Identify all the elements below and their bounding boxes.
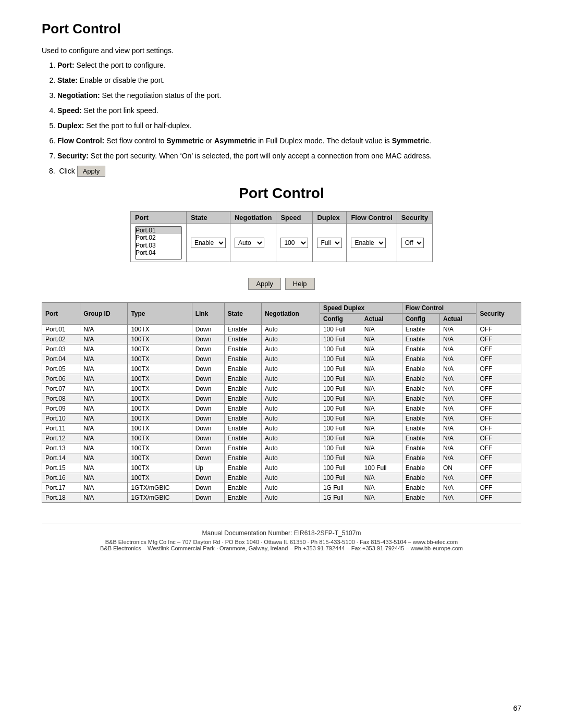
duplex-select[interactable]: Full Half — [317, 238, 342, 248]
status-table: Port Group ID Type Link State Negotiatio… — [42, 302, 521, 503]
table-cell: 100 Full — [320, 354, 361, 364]
table-cell: Port.15 — [42, 463, 80, 473]
table-cell: Down — [192, 453, 224, 463]
step-3: Negotiation: Set the negotiation status … — [57, 90, 521, 101]
help-button[interactable]: Help — [285, 278, 315, 290]
table-cell: Down — [192, 483, 224, 493]
table-cell: Enable — [402, 414, 439, 424]
table-cell: N/A — [440, 483, 476, 493]
flow-control-select[interactable]: Enable Disable — [351, 238, 386, 248]
table-cell: N/A — [440, 404, 476, 414]
table-cell: 100 Full — [320, 473, 361, 483]
port-select[interactable]: Port.01 Port.02 Port.03 Port.04 — [135, 226, 182, 260]
table-cell: Enable — [224, 463, 261, 473]
table-cell: Enable — [224, 384, 261, 394]
apply-button-inline[interactable]: Apply — [77, 166, 106, 177]
table-cell: Down — [192, 404, 224, 414]
th-flow-control: Flow Control — [402, 303, 476, 314]
table-cell: Enable — [402, 443, 439, 453]
step-6: Flow Control: Set flow control to Symmet… — [57, 135, 521, 146]
table-cell: Port.07 — [42, 384, 80, 394]
negotiation-select[interactable]: Auto Force — [235, 238, 264, 248]
table-cell: OFF — [476, 394, 521, 404]
table-cell: 100 Full — [320, 463, 361, 473]
table-cell: OFF — [476, 434, 521, 443]
th-speed-config: Config — [320, 314, 361, 325]
table-cell: N/A — [361, 453, 402, 463]
apply-button[interactable]: Apply — [248, 278, 281, 290]
col-flow-control: Flow Control — [347, 212, 397, 224]
table-cell: OFF — [476, 453, 521, 463]
table-cell: Enable — [224, 404, 261, 414]
th-link: Link — [192, 303, 224, 325]
table-cell: OFF — [476, 354, 521, 364]
table-cell: N/A — [440, 335, 476, 344]
table-cell: N/A — [80, 414, 128, 424]
table-cell: Enable — [402, 493, 439, 503]
table-cell: Port.09 — [42, 404, 80, 414]
security-select[interactable]: Off On — [401, 238, 424, 248]
step-1: Port: Select the port to configure. — [57, 60, 521, 71]
table-cell: Down — [192, 374, 224, 384]
table-cell: N/A — [361, 344, 402, 354]
step-4: Speed: Set the port link speed. — [57, 105, 521, 116]
table-cell: 100 Full — [320, 394, 361, 404]
table-cell: Auto — [261, 443, 320, 453]
table-cell: OFF — [476, 404, 521, 414]
col-port: Port — [130, 212, 186, 224]
table-cell: Enable — [402, 344, 439, 354]
table-cell: N/A — [80, 394, 128, 404]
page-number: 67 — [513, 704, 521, 712]
table-row: Port.06N/A100TXDownEnableAuto100 FullN/A… — [42, 374, 521, 384]
table-cell: Enable — [224, 394, 261, 404]
col-state: State — [186, 212, 230, 224]
table-cell: Auto — [261, 483, 320, 493]
table-cell: Down — [192, 443, 224, 453]
table-cell: Enable — [224, 354, 261, 364]
table-cell: N/A — [80, 483, 128, 493]
table-cell: N/A — [80, 463, 128, 473]
table-cell: N/A — [361, 443, 402, 453]
table-cell: 100 Full — [320, 424, 361, 434]
table-cell: N/A — [361, 414, 402, 424]
th-speed-duplex: Speed Duplex — [320, 303, 402, 314]
table-cell: Enable — [224, 493, 261, 503]
table-cell: Enable — [224, 473, 261, 483]
intro-text: Used to configure and view port settings… — [42, 46, 521, 55]
table-row: Port.12N/A100TXDownEnableAuto100 FullN/A… — [42, 434, 521, 443]
table-cell: N/A — [440, 453, 476, 463]
table-cell: OFF — [476, 424, 521, 434]
table-cell: Down — [192, 493, 224, 503]
table-cell: N/A — [361, 374, 402, 384]
table-cell: 100 Full — [320, 404, 361, 414]
speed-select[interactable]: 10 100 1000 — [280, 238, 308, 248]
state-select[interactable]: Enable Disable — [191, 238, 226, 248]
col-negotiation: Negotiation — [230, 212, 276, 224]
table-cell: N/A — [361, 473, 402, 483]
table-cell: 100 Full — [320, 434, 361, 443]
table-cell: 100TX — [128, 424, 192, 434]
table-row: Port.10N/A100TXDownEnableAuto100 FullN/A… — [42, 414, 521, 424]
table-cell: Down — [192, 325, 224, 335]
table-cell: Enable — [402, 453, 439, 463]
table-cell: Port.16 — [42, 473, 80, 483]
table-cell: OFF — [476, 414, 521, 424]
table-cell: 1G Full — [320, 493, 361, 503]
table-cell: N/A — [80, 404, 128, 414]
table-cell: N/A — [440, 384, 476, 394]
table-cell: 100TX — [128, 404, 192, 414]
step-8: 8. Click Apply — [49, 166, 521, 177]
duplex-cell: Full Half — [313, 224, 347, 262]
table-cell: 100TX — [128, 364, 192, 374]
table-cell: Down — [192, 394, 224, 404]
table-cell: N/A — [440, 414, 476, 424]
table-cell: Enable — [402, 394, 439, 404]
table-cell: N/A — [361, 384, 402, 394]
th-fc-config: Config — [402, 314, 439, 325]
table-cell: N/A — [80, 443, 128, 453]
form-button-row: Apply Help — [42, 278, 521, 290]
table-cell: Down — [192, 414, 224, 424]
step-2: State: Enable or disable the port. — [57, 75, 521, 86]
table-cell: Enable — [402, 335, 439, 344]
table-row: Port.16N/A100TXDownEnableAuto100 FullN/A… — [42, 473, 521, 483]
